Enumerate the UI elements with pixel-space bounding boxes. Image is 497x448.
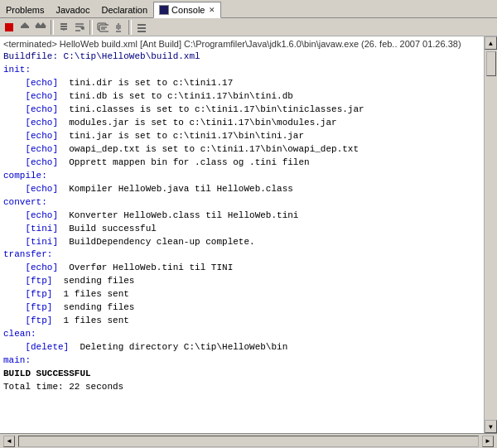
terminated-line: <terminated> HelloWeb build.xml [Ant Bui… — [3, 38, 480, 51]
tab-problems[interactable]: Problems — [0, 2, 50, 17]
separator-1 — [51, 20, 54, 35]
console-line: [ftp] sending files — [3, 275, 480, 288]
toolbar — [0, 18, 497, 36]
console-line: [echo] tini.classes is set to c:\tini1.1… — [3, 104, 480, 117]
close-icon[interactable]: ✕ — [209, 6, 215, 14]
svg-rect-1 — [21, 26, 29, 28]
console-line: [delete] Deleting directory C:\tip\Hello… — [3, 341, 480, 354]
svg-rect-17 — [116, 25, 121, 29]
remove-all-button[interactable] — [33, 20, 48, 35]
console-line: Total time: 22 seconds — [3, 381, 480, 394]
tab-problems-label: Problems — [6, 5, 44, 15]
svg-marker-2 — [21, 22, 29, 26]
console-line: [echo] tini.db is set to c:\tini1.17\bin… — [3, 90, 480, 104]
console-line: [echo] Konverter HelloWeb.class til Hell… — [3, 210, 480, 223]
new-console-button[interactable] — [95, 20, 110, 35]
pin-button[interactable] — [111, 20, 126, 35]
console-line: main: — [3, 354, 480, 368]
console-line: convert: — [3, 196, 480, 210]
console-line: clean: — [3, 328, 480, 341]
console-output[interactable]: <terminated> HelloWeb build.xml [Ant Bui… — [0, 36, 484, 433]
tab-console-label: Console — [171, 5, 205, 15]
remove-button[interactable] — [17, 20, 32, 35]
scroll-up-button[interactable]: ▲ — [485, 36, 497, 50]
console-line: [echo] Kompiler HelloWeb.java til HelloW… — [3, 183, 480, 196]
console-line: [echo] owapi_dep.txt is set to c:\tini1.… — [3, 143, 480, 157]
svg-rect-5 — [40, 26, 46, 28]
scroll-lock-button[interactable] — [56, 20, 71, 35]
console-line: BUILD SUCCESSFUL — [3, 368, 480, 381]
horizontal-scrollbar[interactable] — [18, 436, 479, 447]
svg-rect-7 — [60, 23, 67, 25]
console-line: [tini] BuildDependency clean-up complete… — [3, 236, 480, 249]
tab-declaration-label: Declaration — [101, 5, 147, 15]
console-line: [ftp] sending files — [3, 301, 480, 315]
svg-rect-0 — [5, 23, 13, 31]
svg-marker-6 — [40, 22, 46, 26]
svg-rect-20 — [138, 27, 146, 29]
vertical-scrollbar[interactable]: ▲ ▼ — [484, 36, 497, 433]
svg-rect-8 — [60, 26, 67, 27]
console-line: [echo] Opprett mappen bin for .class og … — [3, 157, 480, 170]
svg-rect-13 — [99, 25, 109, 31]
main-area: <terminated> HelloWeb build.xml [Ant Bui… — [0, 36, 497, 433]
svg-rect-3 — [36, 26, 40, 28]
console-line: [echo] Overfør HelloWeb.tini til TINI — [3, 262, 480, 275]
console-icon — [159, 5, 169, 15]
console-line: [ftp] 1 files sent — [3, 315, 480, 328]
tab-javadoc-label: Javadoc — [55, 5, 89, 15]
separator-2 — [89, 20, 93, 35]
separator-3 — [128, 20, 132, 35]
console-line: [ftp] 1 files sent — [3, 288, 480, 301]
tab-console[interactable]: Console ✕ — [153, 2, 221, 18]
svg-rect-19 — [138, 24, 146, 26]
tab-javadoc[interactable]: Javadoc — [50, 2, 95, 17]
status-bar: ◄ ► — [0, 433, 497, 448]
console-line: init: — [3, 64, 480, 77]
console-line: [echo] tini.dir is set to c:\tini1.17 — [3, 77, 480, 90]
console-line: Buildfile: C:\tip\HelloWeb\build.xml — [3, 51, 480, 64]
console-line: [tini] Build successful — [3, 223, 480, 236]
scroll-down-button[interactable]: ▼ — [485, 420, 497, 433]
view-menu-button[interactable] — [134, 20, 149, 35]
console-line: [echo] modules.jar is set to c:\tini1.17… — [3, 117, 480, 130]
scroll-right-button[interactable]: ► — [482, 436, 494, 447]
word-wrap-button[interactable] — [72, 20, 87, 35]
scroll-left-button[interactable]: ◄ — [3, 436, 15, 447]
tab-declaration[interactable]: Declaration — [95, 2, 153, 17]
console-line: compile: — [3, 170, 480, 183]
scroll-thumb[interactable] — [486, 51, 496, 76]
svg-rect-21 — [138, 31, 146, 32]
terminate-button[interactable] — [2, 20, 17, 35]
console-line: [echo] tini.jar is set to c:\tini1.17\bi… — [3, 130, 480, 143]
tab-bar: Problems Javadoc Declaration Console ✕ — [0, 0, 497, 18]
console-line: transfer: — [3, 248, 480, 262]
scroll-track[interactable] — [485, 50, 497, 420]
